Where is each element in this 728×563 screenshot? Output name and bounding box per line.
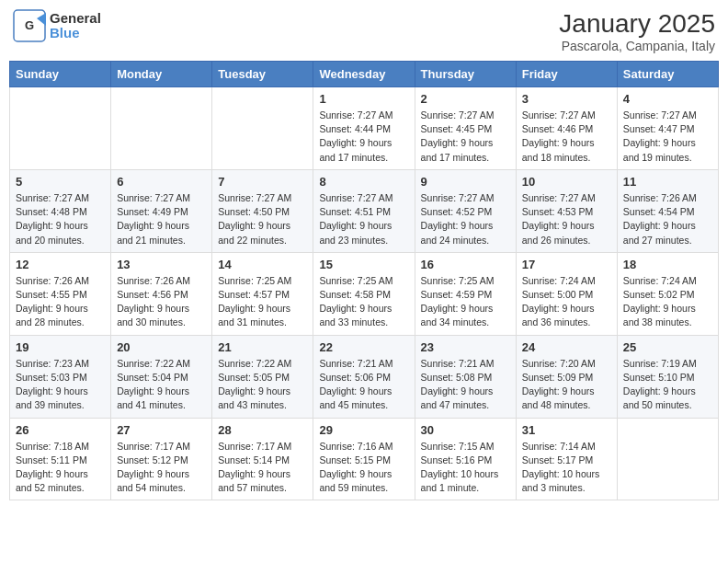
- calendar-week-4: 19Sunrise: 7:23 AM Sunset: 5:03 PM Dayli…: [10, 335, 719, 418]
- weekday-header-saturday: Saturday: [617, 62, 718, 87]
- calendar-week-1: 1Sunrise: 7:27 AM Sunset: 4:44 PM Daylig…: [10, 87, 719, 170]
- day-number: 22: [319, 340, 408, 354]
- day-number: 25: [623, 340, 712, 354]
- day-info: Sunrise: 7:27 AM Sunset: 4:53 PM Dayligh…: [522, 191, 611, 247]
- calendar-cell: 11Sunrise: 7:26 AM Sunset: 4:54 PM Dayli…: [617, 169, 718, 252]
- day-info: Sunrise: 7:23 AM Sunset: 5:03 PM Dayligh…: [16, 357, 105, 413]
- title-block: January 2025 Pascarola, Campania, Italy: [559, 9, 715, 53]
- day-number: 15: [319, 258, 408, 271]
- calendar-cell: 14Sunrise: 7:25 AM Sunset: 4:57 PM Dayli…: [212, 252, 313, 335]
- day-info: Sunrise: 7:21 AM Sunset: 5:08 PM Dayligh…: [421, 357, 510, 413]
- calendar-week-2: 5Sunrise: 7:27 AM Sunset: 4:48 PM Daylig…: [10, 169, 719, 252]
- day-number: 4: [623, 92, 712, 106]
- day-number: 12: [16, 258, 105, 271]
- calendar-cell: 3Sunrise: 7:27 AM Sunset: 4:46 PM Daylig…: [516, 87, 617, 170]
- calendar-cell: [10, 87, 111, 170]
- calendar-cell: 25Sunrise: 7:19 AM Sunset: 5:10 PM Dayli…: [617, 335, 718, 418]
- day-number: 7: [218, 175, 307, 189]
- day-number: 13: [117, 258, 206, 271]
- day-info: Sunrise: 7:26 AM Sunset: 4:55 PM Dayligh…: [16, 274, 105, 330]
- calendar-cell: [111, 87, 212, 170]
- day-number: 6: [117, 175, 206, 189]
- calendar-cell: 19Sunrise: 7:23 AM Sunset: 5:03 PM Dayli…: [10, 335, 111, 418]
- page-header: G General Blue January 2025 Pascarola, C…: [9, 9, 719, 53]
- calendar-cell: 28Sunrise: 7:17 AM Sunset: 5:14 PM Dayli…: [212, 418, 313, 500]
- calendar-cell: 2Sunrise: 7:27 AM Sunset: 4:45 PM Daylig…: [415, 87, 516, 170]
- day-info: Sunrise: 7:22 AM Sunset: 5:04 PM Dayligh…: [117, 357, 206, 413]
- calendar-cell: 12Sunrise: 7:26 AM Sunset: 4:55 PM Dayli…: [10, 252, 111, 335]
- calendar-cell: 31Sunrise: 7:14 AM Sunset: 5:17 PM Dayli…: [516, 418, 617, 500]
- calendar-cell: 6Sunrise: 7:27 AM Sunset: 4:49 PM Daylig…: [111, 169, 212, 252]
- day-number: 1: [319, 92, 408, 106]
- day-info: Sunrise: 7:27 AM Sunset: 4:46 PM Dayligh…: [522, 109, 611, 165]
- day-number: 24: [522, 340, 611, 354]
- day-info: Sunrise: 7:18 AM Sunset: 5:11 PM Dayligh…: [16, 440, 105, 496]
- day-info: Sunrise: 7:15 AM Sunset: 5:16 PM Dayligh…: [421, 440, 510, 496]
- day-number: 26: [16, 423, 105, 437]
- day-number: 20: [117, 340, 206, 354]
- day-info: Sunrise: 7:26 AM Sunset: 4:56 PM Dayligh…: [117, 274, 206, 330]
- day-info: Sunrise: 7:19 AM Sunset: 5:10 PM Dayligh…: [623, 357, 712, 413]
- calendar-cell: 22Sunrise: 7:21 AM Sunset: 5:06 PM Dayli…: [313, 335, 415, 418]
- calendar-week-5: 26Sunrise: 7:18 AM Sunset: 5:11 PM Dayli…: [10, 418, 719, 500]
- day-info: Sunrise: 7:25 AM Sunset: 4:58 PM Dayligh…: [319, 274, 408, 330]
- weekday-header-thursday: Thursday: [415, 62, 516, 87]
- day-number: 31: [522, 423, 611, 437]
- calendar-week-3: 12Sunrise: 7:26 AM Sunset: 4:55 PM Dayli…: [10, 252, 719, 335]
- calendar-cell: 5Sunrise: 7:27 AM Sunset: 4:48 PM Daylig…: [10, 169, 111, 252]
- day-info: Sunrise: 7:14 AM Sunset: 5:17 PM Dayligh…: [522, 440, 611, 496]
- day-info: Sunrise: 7:27 AM Sunset: 4:44 PM Dayligh…: [319, 109, 408, 165]
- day-number: 29: [319, 423, 408, 437]
- day-info: Sunrise: 7:27 AM Sunset: 4:50 PM Dayligh…: [218, 191, 307, 247]
- month-title: January 2025: [559, 9, 715, 39]
- day-number: 17: [522, 258, 611, 271]
- day-number: 10: [522, 175, 611, 189]
- day-info: Sunrise: 7:25 AM Sunset: 4:59 PM Dayligh…: [421, 274, 510, 330]
- day-info: Sunrise: 7:24 AM Sunset: 5:02 PM Dayligh…: [623, 274, 712, 330]
- calendar-cell: 24Sunrise: 7:20 AM Sunset: 5:09 PM Dayli…: [516, 335, 617, 418]
- calendar-cell: 26Sunrise: 7:18 AM Sunset: 5:11 PM Dayli…: [10, 418, 111, 500]
- day-info: Sunrise: 7:27 AM Sunset: 4:48 PM Dayligh…: [16, 191, 105, 247]
- svg-text:G: G: [25, 18, 34, 32]
- day-number: 8: [319, 175, 408, 189]
- day-info: Sunrise: 7:27 AM Sunset: 4:49 PM Dayligh…: [117, 191, 206, 247]
- calendar-cell: 17Sunrise: 7:24 AM Sunset: 5:00 PM Dayli…: [516, 252, 617, 335]
- day-info: Sunrise: 7:27 AM Sunset: 4:51 PM Dayligh…: [319, 191, 408, 247]
- day-info: Sunrise: 7:16 AM Sunset: 5:15 PM Dayligh…: [319, 440, 408, 496]
- day-number: 3: [522, 92, 611, 106]
- day-number: 2: [421, 92, 510, 106]
- day-info: Sunrise: 7:27 AM Sunset: 4:45 PM Dayligh…: [421, 109, 510, 165]
- day-number: 23: [421, 340, 510, 354]
- weekday-header-friday: Friday: [516, 62, 617, 87]
- day-info: Sunrise: 7:22 AM Sunset: 5:05 PM Dayligh…: [218, 357, 307, 413]
- day-info: Sunrise: 7:24 AM Sunset: 5:00 PM Dayligh…: [522, 274, 611, 330]
- calendar-cell: 8Sunrise: 7:27 AM Sunset: 4:51 PM Daylig…: [313, 169, 415, 252]
- calendar-cell: 13Sunrise: 7:26 AM Sunset: 4:56 PM Dayli…: [111, 252, 212, 335]
- calendar-cell: 27Sunrise: 7:17 AM Sunset: 5:12 PM Dayli…: [111, 418, 212, 500]
- calendar-cell: 10Sunrise: 7:27 AM Sunset: 4:53 PM Dayli…: [516, 169, 617, 252]
- logo-icon: G: [13, 9, 46, 42]
- day-number: 5: [16, 175, 105, 189]
- day-number: 14: [218, 258, 307, 271]
- day-info: Sunrise: 7:17 AM Sunset: 5:12 PM Dayligh…: [117, 440, 206, 496]
- weekday-header-wednesday: Wednesday: [313, 62, 415, 87]
- day-info: Sunrise: 7:21 AM Sunset: 5:06 PM Dayligh…: [319, 357, 408, 413]
- calendar-cell: 7Sunrise: 7:27 AM Sunset: 4:50 PM Daylig…: [212, 169, 313, 252]
- day-number: 27: [117, 423, 206, 437]
- logo-blue: Blue: [50, 26, 101, 41]
- day-info: Sunrise: 7:27 AM Sunset: 4:52 PM Dayligh…: [421, 191, 510, 247]
- calendar-cell: 16Sunrise: 7:25 AM Sunset: 4:59 PM Dayli…: [415, 252, 516, 335]
- calendar-cell: [212, 87, 313, 170]
- day-info: Sunrise: 7:25 AM Sunset: 4:57 PM Dayligh…: [218, 274, 307, 330]
- day-number: 19: [16, 340, 105, 354]
- calendar-cell: 9Sunrise: 7:27 AM Sunset: 4:52 PM Daylig…: [415, 169, 516, 252]
- day-number: 30: [421, 423, 510, 437]
- calendar-table: SundayMondayTuesdayWednesdayThursdayFrid…: [9, 61, 719, 500]
- day-info: Sunrise: 7:17 AM Sunset: 5:14 PM Dayligh…: [218, 440, 307, 496]
- logo-general: General: [50, 11, 101, 27]
- calendar-cell: 21Sunrise: 7:22 AM Sunset: 5:05 PM Dayli…: [212, 335, 313, 418]
- calendar-cell: 15Sunrise: 7:25 AM Sunset: 4:58 PM Dayli…: [313, 252, 415, 335]
- calendar-cell: 23Sunrise: 7:21 AM Sunset: 5:08 PM Dayli…: [415, 335, 516, 418]
- weekday-header-row: SundayMondayTuesdayWednesdayThursdayFrid…: [10, 62, 719, 87]
- calendar-cell: 18Sunrise: 7:24 AM Sunset: 5:02 PM Dayli…: [617, 252, 718, 335]
